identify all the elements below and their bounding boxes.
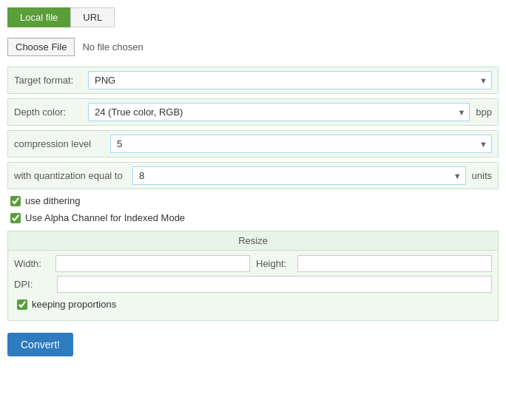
compression-label: compression level [14, 138, 110, 149]
resize-section: Resize Width: Height: DPI: keeping propo… [7, 231, 499, 321]
quantization-label: with quantization equal to [14, 170, 132, 181]
quantization-select[interactable]: 1 2 4 8 16 32 64 128 256 [132, 166, 466, 185]
quantization-unit: units [472, 170, 492, 181]
tab-local-file[interactable]: Local file [7, 7, 70, 27]
choose-file-button[interactable]: Choose File [7, 38, 75, 56]
file-input-row: Choose File No file chosen [7, 38, 499, 56]
quantization-row: with quantization equal to 1 2 4 8 16 32… [7, 162, 499, 189]
resize-header: Resize [8, 231, 498, 251]
target-format-label: Target format: [14, 75, 88, 86]
dpi-row: DPI: [14, 276, 492, 293]
tab-url[interactable]: URL [70, 7, 115, 27]
resize-body: Width: Height: DPI: keeping proportions [8, 251, 498, 320]
target-format-select[interactable]: PNG JPEG GIF BMP TIFF WEBP ICO SVG [88, 71, 492, 89]
target-format-row: Target format: PNG JPEG GIF BMP TIFF WEB… [7, 67, 499, 94]
depth-color-select[interactable]: 1 (Monochrome) 8 (Indexed) 24 (True colo… [88, 103, 470, 121]
width-group: Width: [14, 255, 250, 272]
quantization-select-wrapper: 1 2 4 8 16 32 64 128 256 ▼ [132, 166, 466, 185]
compression-select-wrapper: 0 1 2 3 4 5 6 7 8 9 ▼ [110, 135, 492, 153]
depth-color-label: Depth color: [14, 106, 88, 118]
use-dithering-label[interactable]: use dithering [25, 195, 80, 206]
use-alpha-checkbox[interactable] [10, 213, 21, 223]
tab-row: Local file URL [7, 7, 499, 27]
depth-color-select-wrapper: 1 (Monochrome) 8 (Indexed) 24 (True colo… [88, 103, 470, 121]
dpi-input[interactable] [57, 276, 492, 293]
use-dithering-row: use dithering [10, 195, 496, 206]
convert-button[interactable]: Convert! [7, 333, 73, 356]
no-file-label: No file chosen [82, 41, 143, 52]
width-height-row: Width: Height: [14, 255, 492, 272]
height-group: Height: [256, 255, 492, 272]
height-label: Height: [256, 258, 293, 269]
use-alpha-row: Use Alpha Channel for Indexed Mode [10, 212, 496, 223]
depth-color-row: Depth color: 1 (Monochrome) 8 (Indexed) … [7, 98, 499, 126]
depth-color-unit: bpp [476, 106, 492, 118]
width-label: Width: [14, 258, 51, 269]
dpi-label: DPI: [14, 279, 51, 290]
keeping-proportions-label[interactable]: keeping proportions [32, 299, 116, 310]
keeping-proportions-row: keeping proportions [17, 299, 489, 310]
keeping-proportions-checkbox[interactable] [17, 299, 27, 310]
height-input[interactable] [297, 255, 492, 272]
compression-row: compression level 0 1 2 3 4 5 6 7 8 9 ▼ [7, 130, 499, 158]
use-dithering-checkbox[interactable] [10, 196, 21, 206]
width-input[interactable] [55, 255, 250, 272]
compression-select[interactable]: 0 1 2 3 4 5 6 7 8 9 [110, 135, 492, 153]
use-alpha-label[interactable]: Use Alpha Channel for Indexed Mode [25, 212, 185, 223]
target-format-select-wrapper: PNG JPEG GIF BMP TIFF WEBP ICO SVG ▼ [88, 71, 492, 89]
